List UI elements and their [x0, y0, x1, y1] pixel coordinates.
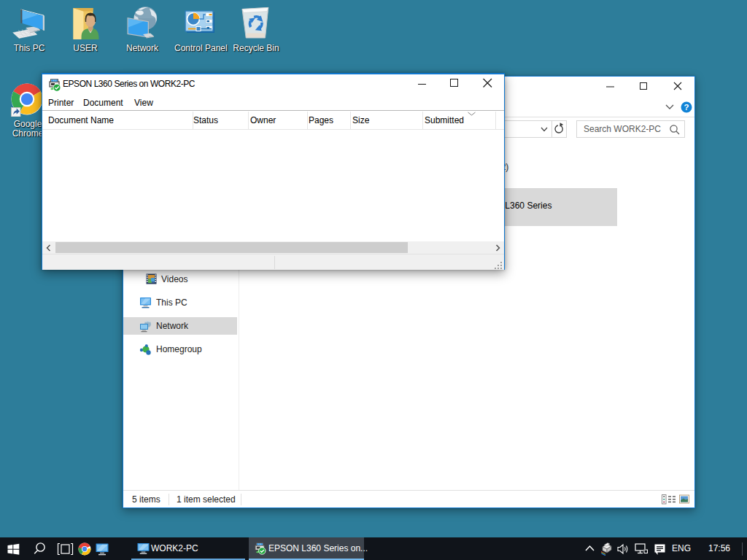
svg-text:?: ? [684, 103, 689, 112]
